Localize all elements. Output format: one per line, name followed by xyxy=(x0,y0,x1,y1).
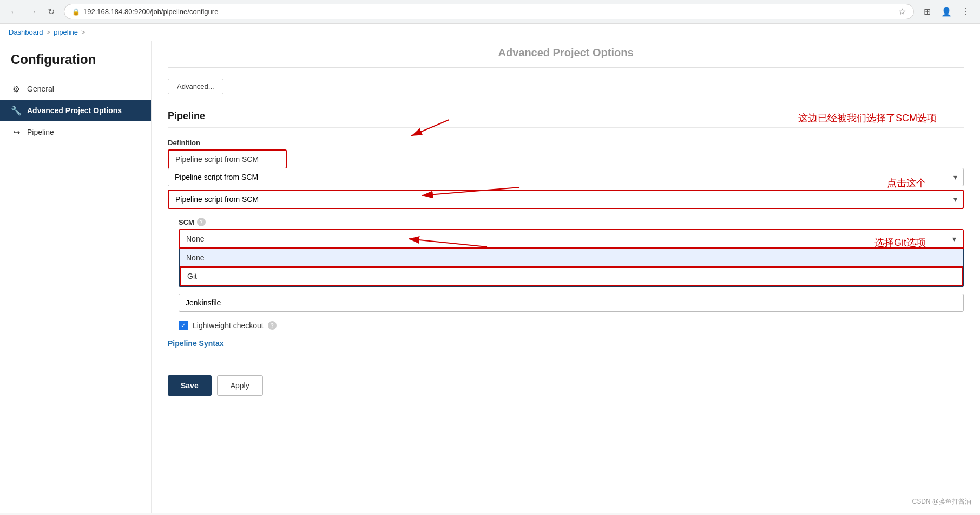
definition-select[interactable]: Pipeline script from SCM xyxy=(168,168,964,186)
advanced-button[interactable]: Advanced... xyxy=(168,79,223,94)
scm-help-icon[interactable]: ? xyxy=(197,218,206,226)
reload-button[interactable]: ↻ xyxy=(43,4,58,19)
content-area: Advanced Project Options Advanced... Pip… xyxy=(152,41,980,513)
scm-dropdown-list: None Git xyxy=(179,249,964,287)
bookmark-icon: ☆ xyxy=(898,6,906,17)
lightweight-checkout-label: Lightweight checkout xyxy=(193,321,264,330)
extensions-button[interactable]: ⊞ xyxy=(919,4,935,19)
definition-label: Definition xyxy=(168,139,964,147)
sidebar-pipeline-label: Pipeline xyxy=(27,128,54,136)
pipeline-section-title: Pipeline xyxy=(168,110,964,128)
definition-value-text: Pipeline script from SCM xyxy=(169,151,286,168)
breadcrumb: Dashboard > pipeline > xyxy=(0,24,980,41)
scm-label: SCM ? xyxy=(179,218,964,226)
back-button[interactable]: ← xyxy=(6,4,22,19)
sidebar-advanced-label: Advanced Project Options xyxy=(27,106,122,115)
sidebar-item-advanced-project-options[interactable]: 🔧 Advanced Project Options xyxy=(0,100,151,121)
lightweight-help-icon[interactable]: ? xyxy=(268,321,277,330)
pipeline-syntax-link[interactable]: Pipeline Syntax xyxy=(168,339,223,348)
general-icon: ⚙ xyxy=(11,83,22,94)
sidebar-title: Configuration xyxy=(0,52,151,78)
sidebar: Configuration ⚙ General 🔧 Advanced Proje… xyxy=(0,41,152,513)
forward-button[interactable]: → xyxy=(25,4,40,19)
scm-option-none[interactable]: None xyxy=(180,249,963,266)
browser-chrome: ← → ↻ 🔒 192.168.184.80:9200/job/pipeline… xyxy=(0,0,980,24)
scm-dropdown-container: None ▾ None Git xyxy=(179,229,964,287)
lightweight-checkout-checkbox[interactable]: ✓ xyxy=(179,321,188,330)
scm-selected-value: None xyxy=(180,230,963,247)
security-icon: 🔒 xyxy=(72,8,80,16)
main-layout: Configuration ⚙ General 🔧 Advanced Proje… xyxy=(0,41,980,513)
definition-full-row: Pipeline script from SCMPipeline script xyxy=(168,190,964,209)
save-button[interactable]: Save xyxy=(168,375,212,396)
breadcrumb-sep-1: > xyxy=(47,28,51,36)
url-text: 192.168.184.80:9200/job/pipeline/configu… xyxy=(83,8,218,16)
pipeline-icon: ↪ xyxy=(11,127,22,138)
breadcrumb-sep-2: > xyxy=(81,28,85,36)
scm-group: SCM ? None ▾ None Git xyxy=(179,218,964,330)
browser-actions: ⊞ 👤 ⋮ xyxy=(919,4,974,19)
definition-highlight-box: Pipeline script from SCM xyxy=(168,149,287,169)
scm-select-wrapper: None ▾ xyxy=(179,229,964,249)
profile-button[interactable]: 👤 xyxy=(939,4,954,19)
nav-buttons: ← → ↻ xyxy=(6,4,58,19)
definition-select-container: Pipeline script from SCM Pipeline script… xyxy=(168,149,964,186)
watermark: CSDN @换鱼打酱油 xyxy=(912,497,971,506)
apply-button[interactable]: Apply xyxy=(217,375,263,396)
sidebar-item-general[interactable]: ⚙ General xyxy=(0,78,151,100)
definition-select-full[interactable]: Pipeline script from SCMPipeline script xyxy=(168,190,964,209)
bottom-buttons: Save Apply xyxy=(168,364,964,396)
sidebar-general-label: General xyxy=(27,84,54,93)
breadcrumb-pipeline[interactable]: pipeline xyxy=(54,28,78,36)
pipeline-section: Pipeline Definition Pipeline script from… xyxy=(168,110,964,348)
jenkinsfile-group xyxy=(179,294,964,312)
scm-option-git[interactable]: Git xyxy=(180,266,963,286)
menu-button[interactable]: ⋮ xyxy=(958,4,974,19)
breadcrumb-dashboard[interactable]: Dashboard xyxy=(9,28,43,36)
address-bar[interactable]: 🔒 192.168.184.80:9200/job/pipeline/confi… xyxy=(64,4,914,19)
jenkinsfile-input[interactable] xyxy=(179,294,964,312)
section-header-partial: Advanced Project Options xyxy=(168,41,964,68)
definition-group: Definition Pipeline script from SCM Pipe… xyxy=(168,139,964,209)
advanced-icon: 🔧 xyxy=(11,105,22,116)
lightweight-checkout-group: ✓ Lightweight checkout ? xyxy=(179,321,964,330)
sidebar-item-pipeline[interactable]: ↪ Pipeline xyxy=(0,121,151,143)
